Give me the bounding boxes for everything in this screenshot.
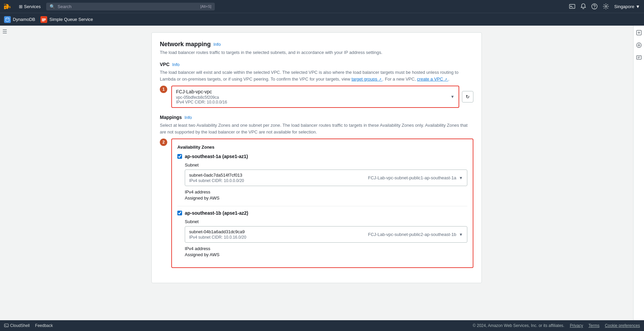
services-button[interactable]: ⊞ Services bbox=[16, 3, 43, 10]
az1-subnet-content: subnet-0adc7da514f7cf013 IPv4 subnet CID… bbox=[189, 173, 244, 183]
right-sidebar-icon-3[interactable] bbox=[636, 55, 642, 62]
vpc-desc: The load balancer will exist and scale w… bbox=[160, 69, 473, 82]
az2-header: ap-southeast-1b (apse1-az2) bbox=[177, 210, 467, 216]
svg-rect-7 bbox=[42, 21, 45, 21]
section-desc: The load balancer routes traffic to targ… bbox=[160, 50, 473, 55]
dynamodb-service-tag[interactable]: DynamoDB bbox=[4, 16, 35, 23]
vpc-refresh-button[interactable]: ↻ bbox=[462, 91, 473, 102]
svg-point-3 bbox=[605, 6, 607, 7]
region-selector[interactable]: Singapore ▼ bbox=[614, 4, 640, 9]
az1-name: ap-southeast-1a (apse1-az1) bbox=[185, 154, 248, 159]
az1-subnet-arrow: ▼ bbox=[459, 176, 463, 180]
az-divider bbox=[177, 206, 467, 206]
az1-ipv4-label: IPv4 address bbox=[185, 189, 467, 194]
aws-logo: aws bbox=[4, 3, 13, 10]
az2-ipv4-label: IPv4 address bbox=[185, 246, 467, 251]
vpc-id: vpc-05bdfecb8c5f209ca bbox=[176, 95, 227, 100]
vpc-select-content: FCJ-Lab-vpc-vpc vpc-05bdfecb8c5f209ca IP… bbox=[176, 89, 227, 104]
vpc-label: VPC Info bbox=[160, 62, 473, 67]
az2-subnet-id: subnet-04b1a6add31dc9ca9 bbox=[189, 229, 246, 234]
settings-icon-button[interactable] bbox=[603, 3, 609, 9]
dynamodb-icon bbox=[4, 16, 11, 23]
az1-subnet-label: Subnet bbox=[185, 162, 467, 168]
az1-subnet-dropdown[interactable]: subnet-0adc7da514f7cf013 IPv4 subnet CID… bbox=[185, 170, 467, 186]
svg-text:aws: aws bbox=[4, 5, 11, 9]
chevron-down-icon: ▼ bbox=[636, 4, 640, 9]
az2-subnet-content: subnet-04b1a6add31dc9ca9 IPv4 subnet CID… bbox=[189, 229, 246, 240]
az2-subnet-name: FCJ-Lab-vpc-subnet-public2-ap-southeast-… bbox=[368, 232, 457, 237]
search-input[interactable] bbox=[58, 4, 198, 9]
notifications-icon-button[interactable] bbox=[581, 3, 586, 9]
vpc-dropdown[interactable]: FCJ-Lab-vpc-vpc vpc-05bdfecb8c5f209ca IP… bbox=[171, 86, 459, 108]
external-link-icon: ↗ bbox=[379, 78, 381, 81]
network-mapping-info-link[interactable]: Info bbox=[213, 42, 221, 47]
az2-subnet-label: Subnet bbox=[185, 219, 467, 224]
cloudshell-icon-button[interactable] bbox=[569, 3, 575, 9]
content-card: Network mapping Info The load balancer r… bbox=[151, 32, 482, 283]
aws-logo-box: aws bbox=[4, 3, 13, 10]
az2-ipv4-value: Assigned by AWS bbox=[185, 252, 467, 257]
svg-rect-5 bbox=[42, 19, 46, 19]
step-1-badge: 1 bbox=[160, 86, 167, 93]
az2-subnet-cidr: IPv4 subnet CIDR: 10.0.16.0/20 bbox=[189, 235, 246, 240]
az2-checkbox[interactable] bbox=[177, 211, 182, 215]
help-icon-button[interactable] bbox=[591, 3, 597, 9]
vpc-cidr: IPv4 VPC CIDR: 10.0.0.0/16 bbox=[176, 100, 227, 104]
mappings-subsection: Mappings Info Select at least two Availa… bbox=[160, 115, 473, 268]
service-bar: DynamoDB Simple Queue Service bbox=[0, 13, 644, 26]
svg-rect-10 bbox=[637, 56, 641, 59]
az1-ipv4-value: Assigned by AWS bbox=[185, 195, 467, 201]
vpc-info-link[interactable]: Info bbox=[172, 62, 180, 67]
vpc-dropdown-arrow: ▼ bbox=[450, 94, 455, 99]
create-vpc-external-icon: ↗ bbox=[444, 78, 447, 81]
svg-rect-6 bbox=[42, 20, 46, 20]
mappings-desc: Select at least two Availability Zones a… bbox=[160, 122, 473, 135]
section-title: Network mapping Info bbox=[160, 41, 473, 48]
az-section-title: Availability Zones bbox=[177, 145, 467, 150]
az2-subnet-arrow: ▼ bbox=[459, 232, 463, 237]
right-sidebar-icon-2[interactable] bbox=[636, 42, 642, 49]
search-icon: 🔍 bbox=[50, 4, 55, 9]
vpc-subsection: VPC Info The load balancer will exist an… bbox=[160, 62, 473, 108]
sqs-icon bbox=[40, 16, 47, 23]
right-sidebar bbox=[633, 26, 644, 320]
az2-name: ap-southeast-1b (apse1-az2) bbox=[185, 210, 248, 216]
mappings-label: Mappings Info bbox=[160, 115, 473, 120]
nav-right: Singapore ▼ bbox=[569, 3, 640, 9]
az1-checkbox[interactable] bbox=[177, 154, 182, 159]
az-section-1: ap-southeast-1a (apse1-az1) Subnet subne… bbox=[177, 154, 467, 201]
svg-rect-1 bbox=[569, 4, 575, 8]
vpc-select-row: FCJ-Lab-vpc-vpc vpc-05bdfecb8c5f209ca IP… bbox=[171, 86, 473, 108]
mappings-info-link[interactable]: Info bbox=[184, 115, 192, 120]
search-bar: 🔍 [Alt+S] bbox=[46, 3, 215, 10]
main-wrapper: Network mapping Info The load balancer r… bbox=[0, 26, 633, 320]
left-nav-toggle[interactable]: ☰ bbox=[0, 26, 9, 37]
mappings-box: Availability Zones ap-southeast-1a (apse… bbox=[171, 139, 473, 268]
az1-header: ap-southeast-1a (apse1-az1) bbox=[177, 154, 467, 159]
create-vpc-link[interactable]: create a VPC ↗ bbox=[417, 77, 448, 82]
az1-subnet-id: subnet-0adc7da514f7cf013 bbox=[189, 173, 244, 178]
search-shortcut: [Alt+S] bbox=[200, 4, 211, 8]
az1-subnet-name: FCJ-Lab-vpc-subnet-public1-ap-southeast-… bbox=[368, 175, 457, 180]
vpc-name: FCJ-Lab-vpc-vpc bbox=[176, 89, 227, 94]
sqs-service-tag[interactable]: Simple Queue Service bbox=[40, 16, 93, 23]
az1-subnet-cidr: IPv4 subnet CIDR: 10.0.0.0/20 bbox=[189, 178, 244, 183]
top-nav: aws ⊞ Services 🔍 [Alt+S] Singapore ▼ bbox=[0, 0, 644, 13]
grid-icon: ⊞ bbox=[19, 4, 23, 9]
right-sidebar-icon-1[interactable] bbox=[636, 30, 642, 37]
step-2-badge: 2 bbox=[160, 139, 167, 146]
target-groups-link[interactable]: target groups ↗ bbox=[351, 77, 382, 82]
svg-point-4 bbox=[6, 18, 9, 19]
az2-subnet-dropdown[interactable]: subnet-04b1a6add31dc9ca9 IPv4 subnet CID… bbox=[185, 226, 467, 243]
az-section-2: ap-southeast-1b (apse1-az2) Subnet subne… bbox=[177, 210, 467, 257]
menu-icon: ☰ bbox=[2, 28, 7, 35]
